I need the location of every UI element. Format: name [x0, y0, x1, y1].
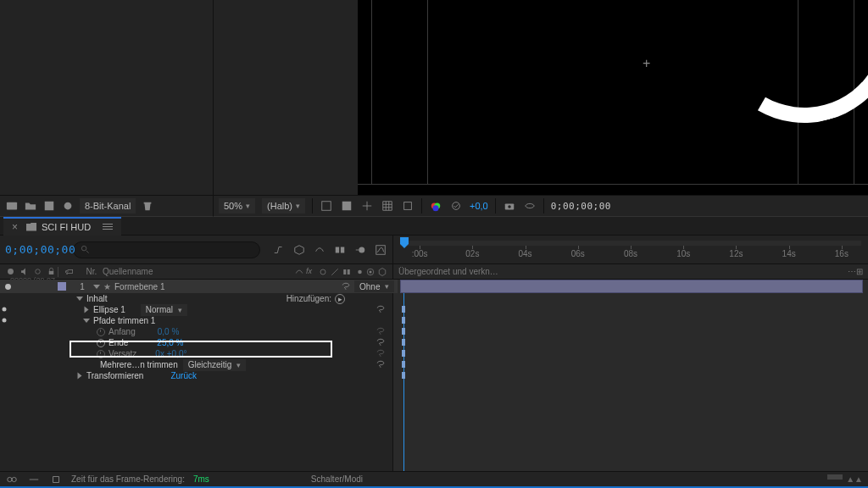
transform-reset-button[interactable]: Zurück: [170, 371, 197, 380]
comp-mini-flow-icon[interactable]: [272, 243, 286, 257]
show-snapshot-icon[interactable]: [523, 199, 537, 213]
keyframe-marker-icon[interactable]: [402, 306, 405, 313]
layer-row[interactable]: 1 ★ Formebene 1 /: [0, 280, 392, 293]
contents-group[interactable]: Inhalt Hinzufügen: ▸: [0, 293, 392, 304]
exposure-value[interactable]: +0,0: [470, 201, 488, 211]
keyframe-marker-icon[interactable]: [402, 339, 405, 346]
solo-column-icon[interactable]: [33, 267, 42, 276]
keyframe-marker-icon[interactable]: [402, 350, 405, 357]
add-contents-label: Hinzufügen:: [287, 294, 331, 303]
stopwatch-icon[interactable]: [97, 328, 105, 336]
sourcename-column[interactable]: Quellenname: [103, 267, 204, 276]
graph-editor-icon[interactable]: [374, 243, 387, 257]
expand-icon[interactable]: [49, 473, 63, 486]
visibility-eye-icon[interactable]: [0, 316, 8, 324]
lock-column-icon[interactable]: [47, 267, 56, 276]
motionblur-switch-icon[interactable]: [353, 267, 364, 277]
parent-column[interactable]: Übergeordnet und verkn…: [398, 267, 498, 276]
parent-link-control[interactable]: Ohne▾: [337, 280, 398, 293]
trash-icon[interactable]: [141, 199, 154, 213]
grid-icon[interactable]: [381, 199, 394, 213]
frameblend-switch-icon[interactable]: [342, 267, 352, 277]
trim-end-value[interactable]: 25,0 %: [157, 338, 183, 347]
visibility-eye-icon[interactable]: [0, 305, 8, 313]
lasso-parent-icon[interactable]: [376, 304, 386, 314]
trim-paths-group[interactable]: Pfade trimmen 1: [0, 315, 392, 326]
tab-close-icon[interactable]: ×: [12, 221, 18, 233]
lasso-parent-icon[interactable]: [376, 326, 386, 336]
layer-duration-bar[interactable]: [400, 280, 863, 293]
lasso-parent-icon[interactable]: [376, 359, 386, 369]
trim-offset-value[interactable]: 0x +0,0°: [155, 349, 186, 358]
snapshot-icon[interactable]: [503, 199, 516, 213]
stopwatch-icon[interactable]: [97, 350, 105, 358]
trim-start-value[interactable]: 0,0 %: [158, 327, 180, 336]
zoom-select[interactable]: 50%▾: [219, 198, 255, 214]
trim-start-prop[interactable]: Anfang 0,0 %: [0, 326, 392, 337]
guides-icon[interactable]: [360, 199, 374, 213]
shy-icon[interactable]: [313, 243, 326, 257]
transform-twirly-icon[interactable]: [78, 373, 82, 380]
adjustment-switch-icon[interactable]: [365, 267, 376, 277]
3d-switch-icon[interactable]: [377, 267, 387, 277]
add-contents-button[interactable]: ▸: [335, 294, 345, 304]
lasso-parent-icon[interactable]: [376, 337, 386, 347]
collapse-switch-icon[interactable]: [318, 267, 328, 277]
ellipse-group[interactable]: Ellipse 1 Normal▾: [0, 304, 392, 315]
new-comp-icon[interactable]: [42, 199, 56, 213]
cti-head-icon[interactable]: [400, 237, 409, 249]
time-nav-zoom-slider-icon[interactable]: [827, 474, 843, 480]
keyframe-marker-icon[interactable]: [402, 317, 405, 324]
video-toggle-icon[interactable]: [3, 282, 13, 291]
layer-twirly-icon[interactable]: [93, 285, 100, 289]
keyframe-marker-icon[interactable]: [402, 372, 405, 379]
time-ruler[interactable]: :00s02s04s06s08s10s12s14s16s: [393, 236, 868, 263]
composition-viewer[interactable]: +: [358, 0, 868, 195]
contents-twirly-icon[interactable]: [76, 297, 83, 301]
timeline-tab-active[interactable]: × SCI FI HUD: [3, 217, 121, 236]
trim-multiple-prop[interactable]: Mehrere…n trimmen Gleichzeitig▾: [0, 359, 392, 370]
zoom-in-icon[interactable]: [27, 473, 41, 486]
trim-twirly-icon[interactable]: [83, 319, 90, 323]
motion-blur-icon[interactable]: [353, 243, 367, 257]
video-column-icon[interactable]: [6, 267, 15, 276]
layer-color-label[interactable]: [58, 282, 66, 291]
shy-switch-icon[interactable]: [294, 267, 304, 277]
draft3d-icon[interactable]: [292, 243, 306, 257]
panel-menu-icon[interactable]: [103, 224, 113, 230]
ellipse-twirly-icon[interactable]: [85, 307, 89, 313]
project-settings-icon[interactable]: [61, 199, 75, 213]
trim-end-prop[interactable]: Ende 25,0 %: [0, 337, 392, 348]
toggle-transparency-icon[interactable]: [320, 199, 333, 213]
channel-icon[interactable]: [429, 199, 442, 213]
keyframe-marker-icon[interactable]: [402, 361, 405, 368]
switches-modes-toggle[interactable]: Schalter/Modi: [311, 474, 363, 484]
new-folder-icon[interactable]: [24, 199, 37, 213]
interpret-footage-icon[interactable]: [5, 199, 19, 213]
current-timecode[interactable]: 0;00;00;00: [5, 243, 66, 256]
pickwhip-icon[interactable]: [341, 281, 351, 291]
viewer-footer-toolbar: 50%▾ (Halb)▾ +0,0 0;00;00;00: [214, 195, 868, 217]
layer-name[interactable]: Formebene 1: [114, 282, 164, 291]
layer-search-input[interactable]: [73, 241, 260, 258]
stopwatch-icon[interactable]: [97, 339, 105, 347]
audio-column-icon[interactable]: [19, 267, 29, 276]
timeline-tracks[interactable]: [393, 280, 868, 471]
frame-blend-icon[interactable]: [333, 243, 347, 257]
fx-switch-icon[interactable]: fx: [306, 267, 316, 277]
trim-offset-prop[interactable]: Versatz 0x +0,0°: [0, 348, 392, 359]
viewer-timecode[interactable]: 0;00;00;00: [551, 201, 611, 212]
keyframe-marker-icon[interactable]: [402, 328, 405, 335]
transform-group[interactable]: Transformieren Zurück: [0, 370, 392, 381]
project-depth-select[interactable]: 8-Bit-Kanal: [80, 198, 136, 214]
trim-multiple-select[interactable]: Gleichzeitig▾: [183, 359, 247, 371]
toggle-mask-icon[interactable]: [340, 199, 353, 213]
quality-switch-icon[interactable]: [330, 267, 340, 277]
lasso-parent-icon[interactable]: [376, 348, 386, 358]
resolution-select[interactable]: (Halb)▾: [262, 198, 305, 214]
exposure-reset-icon[interactable]: [449, 199, 463, 213]
roi-icon[interactable]: [401, 199, 415, 213]
current-time-block[interactable]: 0;00;00;00 00000 (29.97 fps): [5, 243, 66, 256]
shape-mode-select[interactable]: Normal▾: [141, 304, 187, 316]
toggle-switches-icon[interactable]: [5, 473, 19, 486]
